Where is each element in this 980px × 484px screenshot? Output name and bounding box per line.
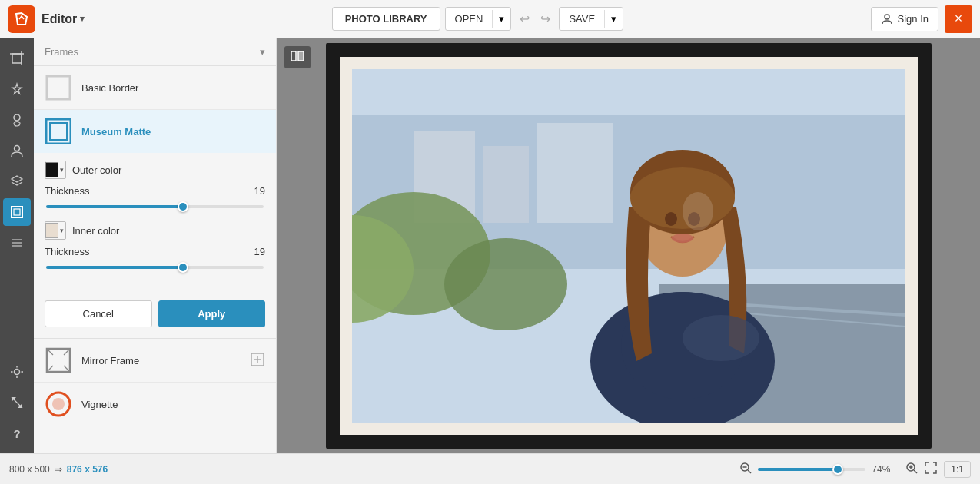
museum-matte-controls: ▾ Outer color Thickness 19: [34, 153, 276, 293]
canvas-area: [277, 38, 980, 453]
svg-line-16: [12, 397, 22, 408]
cancel-button[interactable]: Cancel: [45, 300, 152, 327]
fullscreen-icon: [924, 461, 938, 475]
svg-point-4: [14, 114, 20, 121]
inner-thickness-slider-container: [45, 262, 265, 273]
sidebar-item-enhance[interactable]: [3, 75, 31, 103]
inner-thickness-row: Thickness 19: [45, 246, 265, 257]
outer-frame: [326, 43, 932, 449]
undo-button[interactable]: ↩: [516, 8, 533, 30]
museum-matte-icon: [45, 118, 72, 145]
zoom-fill: [758, 468, 838, 471]
outer-color-dropdown-icon: ▾: [58, 166, 65, 174]
zoom-out-button[interactable]: [739, 462, 752, 477]
svg-point-51: [683, 315, 759, 361]
user-icon: [881, 13, 893, 25]
svg-rect-33: [483, 146, 529, 223]
editor-title[interactable]: Editor ▾: [42, 12, 85, 26]
photo-image: [352, 69, 905, 423]
svg-point-46: [630, 167, 735, 229]
outer-slider-fill: [46, 205, 183, 208]
inner-slider-track: [46, 266, 264, 269]
sidebar-item-crop[interactable]: [3, 45, 31, 72]
sidebar-item-layers[interactable]: [3, 167, 31, 195]
sidebar-item-light[interactable]: [3, 358, 31, 386]
fullscreen-button[interactable]: [924, 461, 938, 478]
dimensions-display: 800 x 500 ⇒ 876 x 576: [9, 464, 108, 475]
sidebar-item-retouch[interactable]: [3, 106, 31, 134]
sidebar-item-frames[interactable]: [3, 198, 31, 226]
sidebar-item-resize[interactable]: [3, 389, 31, 416]
dimensions-arrow-icon: ⇒: [55, 464, 62, 475]
zoom-in-button[interactable]: [905, 462, 918, 477]
svg-point-0: [885, 15, 889, 19]
svg-point-49: [672, 234, 693, 243]
icon-sidebar: ?: [0, 38, 34, 453]
svg-point-5: [15, 146, 20, 151]
canvas-tool-split-button[interactable]: [284, 46, 311, 68]
outer-color-preview: [45, 162, 58, 177]
sidebar-item-help[interactable]: ?: [3, 419, 31, 447]
portrait-icon: [10, 144, 24, 157]
inner-slider-thumb[interactable]: [178, 262, 188, 273]
texture-icon: [10, 236, 24, 250]
save-dropdown-button[interactable]: ▾: [605, 8, 623, 30]
outer-color-row: ▾ Outer color: [45, 161, 265, 179]
vignette-item[interactable]: Vignette: [34, 383, 276, 426]
sidebar-item-texture[interactable]: [3, 229, 31, 257]
inner-matte: [340, 57, 918, 435]
svg-rect-27: [291, 51, 296, 61]
sign-in-button[interactable]: Sign In: [871, 7, 938, 31]
inner-color-dropdown-icon: ▾: [58, 227, 65, 234]
zoom-slider-container: [758, 463, 865, 476]
frames-icon: [10, 205, 24, 219]
enhance-icon: [10, 82, 24, 96]
open-dropdown-button[interactable]: ▾: [493, 8, 510, 30]
photo-library-button[interactable]: PHOTO LIBRARY: [332, 7, 440, 31]
outer-color-swatch[interactable]: ▾: [45, 161, 66, 179]
light-icon: [10, 365, 24, 379]
logo-button[interactable]: [8, 5, 35, 33]
vignette-label: Vignette: [81, 399, 118, 410]
outer-color-label: Outer color: [72, 164, 121, 176]
zoom-out-icon: [739, 462, 752, 474]
inner-color-preview: [45, 223, 58, 238]
svg-rect-1: [12, 54, 22, 63]
mirror-frame-item[interactable]: Mirror Frame: [34, 339, 276, 383]
vignette-icon: [45, 390, 72, 418]
inner-thickness-value: 19: [254, 246, 265, 257]
basic-border-icon: [45, 74, 72, 101]
svg-rect-28: [298, 51, 304, 61]
sidebar-item-portrait[interactable]: [3, 137, 31, 164]
svg-point-11: [15, 370, 20, 375]
svg-point-47: [665, 212, 677, 226]
zoom-in-icon: [905, 462, 918, 474]
museum-matte-label: Museum Matte: [81, 126, 151, 138]
mirror-frame-add-icon[interactable]: [250, 352, 265, 370]
editor-chevron-icon: ▾: [80, 14, 85, 24]
split-view-icon: [291, 51, 304, 61]
museum-matte-header[interactable]: Museum Matte: [34, 110, 276, 153]
inner-color-label: Inner color: [72, 225, 119, 237]
outer-thickness-row: Thickness 19: [45, 185, 265, 197]
svg-line-54: [748, 470, 751, 473]
outer-slider-thumb[interactable]: [178, 201, 188, 212]
save-button[interactable]: SAVE: [560, 8, 604, 30]
museum-matte-section: Museum Matte ▾ Outer color Thickness 19: [34, 110, 276, 339]
outer-slider-track: [46, 205, 264, 208]
top-bar: Editor ▾ PHOTO LIBRARY OPEN ▾ ↩ ↪ SAVE ▾…: [0, 0, 980, 38]
open-button[interactable]: OPEN: [446, 8, 493, 30]
basic-border-item[interactable]: Basic Border: [34, 66, 276, 110]
cancel-apply-row: Cancel Apply: [34, 293, 276, 338]
redo-button[interactable]: ↪: [537, 8, 554, 30]
apply-button[interactable]: Apply: [158, 300, 266, 327]
close-button[interactable]: ×: [945, 5, 972, 33]
basic-border-label: Basic Border: [81, 82, 138, 94]
inner-color-swatch[interactable]: ▾: [45, 221, 66, 240]
svg-point-36: [444, 238, 567, 330]
undo-redo-controls: ↩ ↪: [516, 8, 554, 30]
left-panel: Frames ▾ Basic Border Museum Mat: [34, 38, 277, 453]
zoom-thumb[interactable]: [832, 464, 843, 475]
orig-dimensions: 800 x 500: [9, 464, 50, 475]
aspect-ratio-button[interactable]: 1:1: [944, 461, 971, 478]
